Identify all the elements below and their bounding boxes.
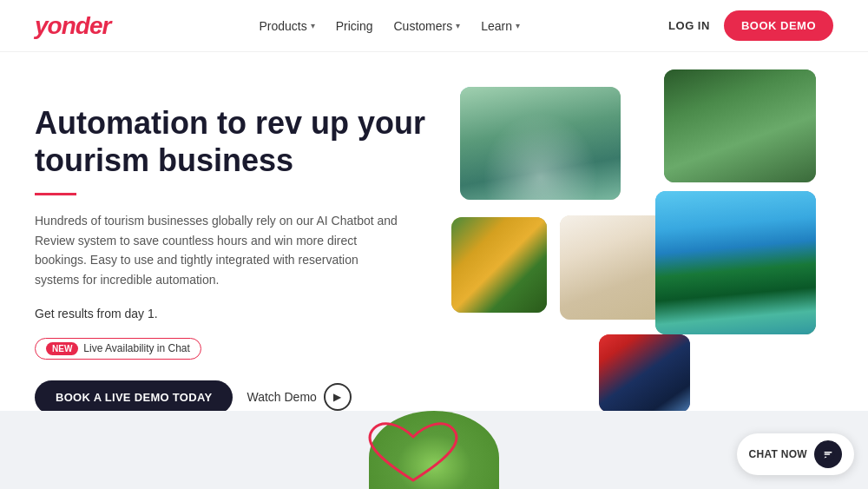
hero-text: Automation to rev up your tourism busine… [35,96,434,414]
hero-image-ocean [655,191,816,334]
learn-chevron-icon: ▾ [516,21,520,30]
products-chevron-icon: ▾ [311,21,315,30]
chat-label: CHAT NOW [749,448,808,460]
nav-book-demo-button[interactable]: BOOK DEMO [724,10,833,41]
logo[interactable]: yonder [35,12,110,40]
hero-images [451,87,833,400]
chat-icon [814,440,842,468]
new-tag: NEW [46,342,78,355]
nav-customers[interactable]: Customers ▾ [394,19,461,33]
navbar: yonder Products ▾ Pricing Customers ▾ Le… [0,0,868,52]
nav-pricing[interactable]: Pricing [336,19,373,33]
book-demo-button[interactable]: BOOK A LIVE DEMO TODAY [35,380,233,414]
hero-description: Hundreds of tourism businesses globally … [35,211,399,289]
nav-learn[interactable]: Learn ▾ [481,19,520,33]
bottom-section: CHAT NOW [0,411,868,489]
chat-bubble-icon [820,446,836,462]
hero-divider [35,193,76,195]
hero-results: Get results from day 1. [35,307,434,320]
hero-image-ziplining [664,69,816,182]
watch-demo-button[interactable]: Watch Demo ▶ [247,383,351,411]
badge-text: Live Availability in Chat [83,342,190,354]
hero-badge: NEW Live Availability in Chat [35,338,201,360]
hero-image-rafting [599,334,690,413]
nav-right: LOG IN BOOK DEMO [668,10,833,41]
customers-chevron-icon: ▾ [456,21,460,30]
nav-products[interactable]: Products ▾ [259,19,314,33]
nav-links: Products ▾ Pricing Customers ▾ Learn ▾ [259,19,520,33]
hero-title: Automation to rev up your tourism busine… [35,104,434,179]
hero-image-kayaks [451,217,547,313]
login-button[interactable]: LOG IN [668,19,710,32]
play-icon[interactable]: ▶ [324,383,352,411]
hero-section: Automation to rev up your tourism busine… [0,52,868,411]
heart-outline-icon [361,420,465,489]
chat-widget[interactable]: CHAT NOW [737,433,855,475]
hero-image-hotsprings [460,87,621,200]
hero-actions: BOOK A LIVE DEMO TODAY Watch Demo ▶ [35,380,434,414]
